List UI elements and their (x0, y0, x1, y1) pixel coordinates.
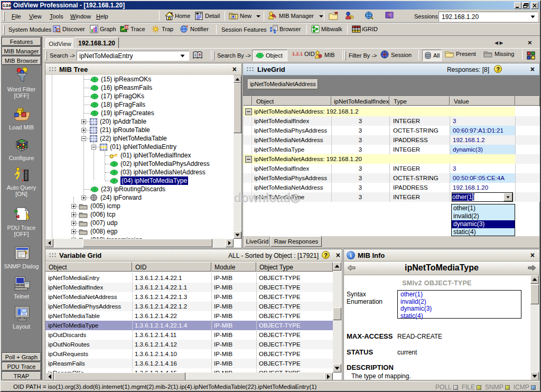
svg-text:123: 123 (124, 25, 129, 29)
svg-text:?: ? (388, 13, 391, 17)
